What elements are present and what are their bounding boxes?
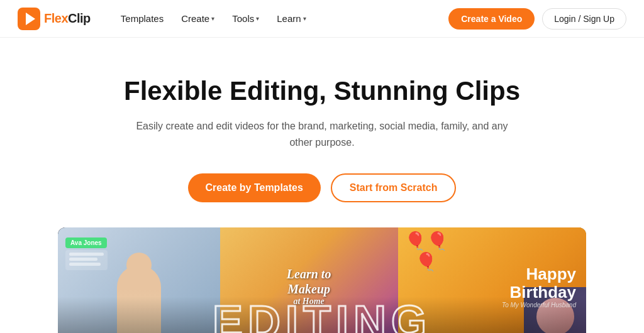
hero-buttons: Create by Templates Start from Scratch	[13, 173, 631, 202]
nav-actions: Create a Video Login / Sign Up	[448, 8, 626, 30]
hero-title: Flexible Editing, Stunning Clips	[13, 75, 631, 107]
navbar: FlexClip Templates Create ▾ Tools ▾ Lear…	[0, 0, 644, 38]
chevron-down-icon: ▾	[256, 15, 259, 22]
start-scratch-button[interactable]: Start from Scratch	[331, 173, 457, 202]
nav-links: Templates Create ▾ Tools ▾ Learn ▾	[113, 9, 448, 28]
nav-tools[interactable]: Tools ▾	[225, 9, 267, 28]
name-badge: Ava Jones	[65, 237, 107, 248]
editing-text: EDITING	[213, 296, 431, 333]
text-block	[65, 250, 108, 270]
chevron-down-icon: ▾	[211, 15, 214, 22]
logo[interactable]: FlexClip	[18, 8, 91, 30]
brand-name: FlexClip	[44, 11, 91, 26]
balloons-icon: 🎈🎈🎈	[404, 231, 448, 272]
video-preview: Ava Jones Learn to Makeup at Home 🎈🎈🎈 Ha…	[58, 227, 586, 333]
nav-create[interactable]: Create ▾	[174, 9, 222, 28]
hero-section: Flexible Editing, Stunning Clips Easily …	[0, 38, 644, 333]
nav-learn[interactable]: Learn ▾	[269, 9, 313, 28]
editing-overlay: EDITING	[58, 297, 586, 333]
chevron-down-icon: ▾	[303, 15, 306, 22]
create-templates-button[interactable]: Create by Templates	[188, 173, 321, 202]
login-button[interactable]: Login / Sign Up	[542, 8, 626, 30]
nav-templates[interactable]: Templates	[113, 9, 171, 28]
create-video-button[interactable]: Create a Video	[448, 8, 535, 30]
hero-subtitle: Easily create and edit videos for the br…	[133, 118, 511, 150]
